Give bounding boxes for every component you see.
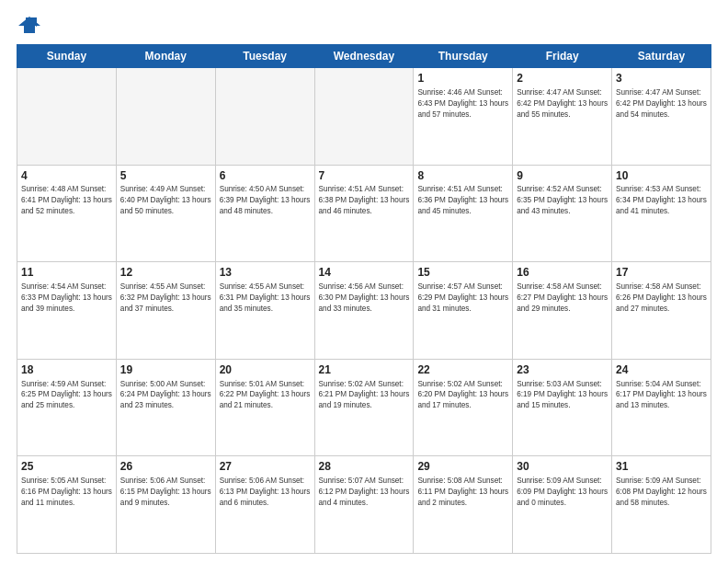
calendar-day-cell: 18Sunrise: 4:59 AM Sunset: 6:25 PM Dayli… [17,359,117,456]
calendar-day-cell: 15Sunrise: 4:57 AM Sunset: 6:29 PM Dayli… [414,262,513,360]
day-info: Sunrise: 4:55 AM Sunset: 6:32 PM Dayligh… [120,282,211,315]
day-number: 31 [616,459,707,475]
day-info: Sunrise: 5:05 AM Sunset: 6:16 PM Dayligh… [21,476,112,509]
day-info: Sunrise: 4:46 AM Sunset: 6:43 PM Dayligh… [417,87,508,121]
day-of-week-header: Monday [116,45,215,68]
day-info: Sunrise: 4:55 AM Sunset: 6:31 PM Dayligh… [220,282,311,315]
calendar-day-cell: 20Sunrise: 5:01 AM Sunset: 6:22 PM Dayli… [215,359,314,456]
calendar-day-cell: 8Sunrise: 4:51 AM Sunset: 6:36 PM Daylig… [414,165,513,262]
day-number: 11 [21,265,112,281]
calendar-week-row: 4Sunrise: 4:48 AM Sunset: 6:41 PM Daylig… [17,165,711,262]
calendar-week-row: 18Sunrise: 4:59 AM Sunset: 6:25 PM Dayli… [17,359,711,456]
logo [17,15,46,35]
day-info: Sunrise: 4:50 AM Sunset: 6:39 PM Dayligh… [220,184,311,217]
day-info: Sunrise: 4:48 AM Sunset: 6:41 PM Dayligh… [21,184,112,217]
day-number: 16 [517,265,608,281]
day-number: 15 [417,265,508,281]
day-number: 20 [220,362,311,378]
day-info: Sunrise: 5:00 AM Sunset: 6:24 PM Dayligh… [120,379,211,412]
day-info: Sunrise: 5:06 AM Sunset: 6:15 PM Dayligh… [120,476,211,509]
calendar-day-cell: 16Sunrise: 4:58 AM Sunset: 6:27 PM Dayli… [513,262,612,360]
day-info: Sunrise: 4:57 AM Sunset: 6:29 PM Dayligh… [417,282,508,315]
day-number: 27 [220,459,311,475]
day-info: Sunrise: 5:06 AM Sunset: 6:13 PM Dayligh… [220,476,311,509]
calendar-day-cell: 9Sunrise: 4:52 AM Sunset: 6:35 PM Daylig… [513,165,612,262]
calendar-day-cell: 22Sunrise: 5:02 AM Sunset: 6:20 PM Dayli… [414,359,513,456]
day-info: Sunrise: 5:03 AM Sunset: 6:19 PM Dayligh… [517,379,608,412]
day-info: Sunrise: 5:02 AM Sunset: 6:20 PM Dayligh… [417,379,508,412]
calendar-day-cell: 12Sunrise: 4:55 AM Sunset: 6:32 PM Dayli… [116,262,215,360]
calendar-day-cell: 30Sunrise: 5:09 AM Sunset: 6:09 PM Dayli… [513,456,612,554]
day-number: 8 [417,168,508,184]
day-info: Sunrise: 4:52 AM Sunset: 6:35 PM Dayligh… [517,184,608,217]
calendar-day-cell: 28Sunrise: 5:07 AM Sunset: 6:12 PM Dayli… [314,456,414,554]
day-number: 18 [21,362,112,378]
day-info: Sunrise: 4:47 AM Sunset: 6:42 PM Dayligh… [616,87,707,121]
day-number: 13 [220,265,311,281]
day-info: Sunrise: 5:09 AM Sunset: 6:08 PM Dayligh… [616,476,707,509]
page-header [17,15,711,35]
day-info: Sunrise: 4:49 AM Sunset: 6:40 PM Dayligh… [120,184,211,217]
day-of-week-header: Friday [513,45,612,68]
calendar-day-cell: 23Sunrise: 5:03 AM Sunset: 6:19 PM Dayli… [513,359,612,456]
calendar-day-cell: 14Sunrise: 4:56 AM Sunset: 6:30 PM Dayli… [314,262,414,360]
day-number: 3 [616,71,707,86]
day-info: Sunrise: 4:58 AM Sunset: 6:27 PM Dayligh… [517,282,608,315]
day-number: 9 [517,168,608,184]
day-number: 17 [616,265,707,281]
calendar-day-cell: 13Sunrise: 4:55 AM Sunset: 6:31 PM Dayli… [215,262,314,360]
calendar-table: SundayMondayTuesdayWednesdayThursdayFrid… [17,44,711,554]
calendar-week-row: 11Sunrise: 4:54 AM Sunset: 6:33 PM Dayli… [17,262,711,360]
day-number: 2 [517,71,608,86]
calendar-day-cell: 24Sunrise: 5:04 AM Sunset: 6:17 PM Dayli… [612,359,711,456]
day-number: 25 [21,459,112,475]
day-number: 5 [120,168,211,184]
day-number: 23 [517,362,608,378]
day-info: Sunrise: 5:02 AM Sunset: 6:21 PM Dayligh… [319,379,410,412]
day-info: Sunrise: 4:59 AM Sunset: 6:25 PM Dayligh… [21,379,112,412]
day-number: 21 [319,362,410,378]
calendar-day-cell: 7Sunrise: 4:51 AM Sunset: 6:38 PM Daylig… [314,165,414,262]
calendar-day-cell: 10Sunrise: 4:53 AM Sunset: 6:34 PM Dayli… [612,165,711,262]
calendar-day-cell: 29Sunrise: 5:08 AM Sunset: 6:11 PM Dayli… [414,456,513,554]
day-number: 6 [220,168,311,184]
day-info: Sunrise: 4:58 AM Sunset: 6:26 PM Dayligh… [616,282,707,315]
day-info: Sunrise: 4:53 AM Sunset: 6:34 PM Dayligh… [616,184,707,217]
day-info: Sunrise: 4:47 AM Sunset: 6:42 PM Dayligh… [517,87,608,121]
calendar-day-cell [215,68,314,166]
day-info: Sunrise: 4:54 AM Sunset: 6:33 PM Dayligh… [21,282,112,315]
day-info: Sunrise: 4:56 AM Sunset: 6:30 PM Dayligh… [319,282,410,315]
day-number: 14 [319,265,410,281]
day-number: 22 [417,362,508,378]
day-of-week-header: Thursday [414,45,513,68]
day-number: 24 [616,362,707,378]
calendar-week-row: 1Sunrise: 4:46 AM Sunset: 6:43 PM Daylig… [17,68,711,166]
calendar-day-cell: 26Sunrise: 5:06 AM Sunset: 6:15 PM Dayli… [116,456,215,554]
day-number: 1 [417,71,508,86]
calendar-day-cell: 4Sunrise: 4:48 AM Sunset: 6:41 PM Daylig… [17,165,117,262]
day-of-week-header: Sunday [17,45,117,68]
day-info: Sunrise: 5:01 AM Sunset: 6:22 PM Dayligh… [220,379,311,412]
calendar-day-cell: 11Sunrise: 4:54 AM Sunset: 6:33 PM Dayli… [17,262,117,360]
calendar-day-cell: 2Sunrise: 4:47 AM Sunset: 6:42 PM Daylig… [513,68,612,166]
calendar-day-cell [314,68,414,166]
calendar-week-row: 25Sunrise: 5:05 AM Sunset: 6:16 PM Dayli… [17,456,711,554]
calendar-day-cell [17,68,117,166]
calendar-day-cell: 5Sunrise: 4:49 AM Sunset: 6:40 PM Daylig… [116,165,215,262]
day-number: 7 [319,168,410,184]
day-info: Sunrise: 4:51 AM Sunset: 6:36 PM Dayligh… [417,184,508,217]
day-info: Sunrise: 5:08 AM Sunset: 6:11 PM Dayligh… [417,476,508,509]
calendar-day-cell: 19Sunrise: 5:00 AM Sunset: 6:24 PM Dayli… [116,359,215,456]
day-number: 12 [120,265,211,281]
day-info: Sunrise: 4:51 AM Sunset: 6:38 PM Dayligh… [319,184,410,217]
day-number: 30 [517,459,608,475]
day-number: 26 [120,459,211,475]
calendar-day-cell: 1Sunrise: 4:46 AM Sunset: 6:43 PM Daylig… [414,68,513,166]
day-number: 28 [319,459,410,475]
calendar-day-cell: 6Sunrise: 4:50 AM Sunset: 6:39 PM Daylig… [215,165,314,262]
calendar-header-row: SundayMondayTuesdayWednesdayThursdayFrid… [17,45,711,68]
day-number: 4 [21,168,112,184]
calendar-day-cell: 3Sunrise: 4:47 AM Sunset: 6:42 PM Daylig… [612,68,711,166]
day-info: Sunrise: 5:04 AM Sunset: 6:17 PM Dayligh… [616,379,707,412]
calendar-day-cell: 25Sunrise: 5:05 AM Sunset: 6:16 PM Dayli… [17,456,117,554]
